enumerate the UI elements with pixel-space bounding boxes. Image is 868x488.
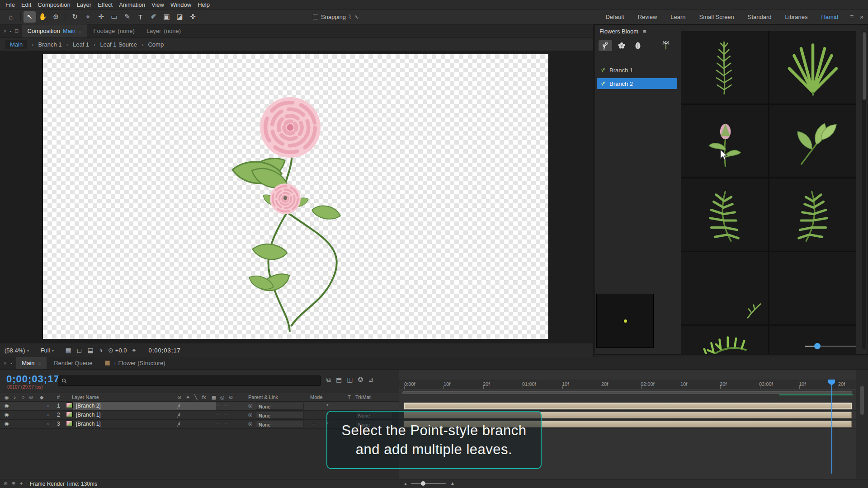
snapping-checkbox[interactable] <box>313 14 318 19</box>
trkmat-column-header[interactable]: TrkMat <box>355 394 371 400</box>
thumbnail-fern-right[interactable] <box>769 178 857 251</box>
pen-tool-icon[interactable]: ✎ <box>121 11 133 23</box>
mode-value[interactable]: - <box>313 403 315 409</box>
layer-track-lane[interactable] <box>399 402 856 411</box>
motion-blur-switch-icon[interactable]: ◎ <box>220 394 225 400</box>
snapshot-icon[interactable]: ⌖ <box>132 347 136 354</box>
pan-behind-tool-icon[interactable]: ✛ <box>95 11 107 23</box>
thumbnail-curled-fern[interactable] <box>681 326 768 355</box>
flower-tool-icon[interactable] <box>615 40 628 51</box>
shape-tool-icon[interactable]: ▭ <box>108 11 120 23</box>
branch-list-item-2[interactable]: Branch 2 <box>597 78 677 89</box>
pickwhip-icon[interactable]: ◎ <box>248 403 253 408</box>
menu-layer[interactable]: Layer <box>77 1 92 8</box>
clone-stamp-tool-icon[interactable]: ▣ <box>160 11 173 23</box>
workspace-small-screen[interactable]: Small Screen <box>699 14 734 20</box>
workspace-hamid[interactable]: Hamid <box>821 14 838 20</box>
timeline-zoom-control[interactable]: ▲ ▲ <box>404 480 455 487</box>
tab-footage[interactable]: Footage (none) <box>88 24 140 38</box>
panel-menu-icon[interactable]: ≡ <box>643 28 646 35</box>
thumbnail-small-sprig[interactable] <box>681 252 768 324</box>
timeline-scrollbar[interactable] <box>856 370 868 479</box>
workspace-libraries[interactable]: Libraries <box>785 14 808 20</box>
workspace-standard[interactable]: Standard <box>748 14 772 20</box>
branch-tool-icon[interactable] <box>599 40 612 51</box>
menu-window[interactable]: Window <box>170 1 191 8</box>
thumbnail-rose-bud[interactable] <box>681 105 768 177</box>
lock-icon[interactable]: ⊡ <box>14 28 19 34</box>
graph-editor-icon[interactable]: ⊿ <box>368 376 373 384</box>
snap-option-icon[interactable]: ⌇ <box>349 14 351 20</box>
zoom-tool-icon[interactable]: ⊕ <box>50 11 62 23</box>
menu-effect[interactable]: Effect <box>98 1 113 8</box>
current-timecode[interactable]: 0;00;03;17 <box>6 373 60 385</box>
pickwhip-icon[interactable]: ◎ <box>248 412 253 418</box>
search-input[interactable] <box>70 378 317 384</box>
mode-column-header[interactable]: Mode <box>310 394 323 400</box>
timeline-tab-flower-structure[interactable]: + Flower (Structure) <box>99 357 170 369</box>
composition-canvas[interactable] <box>43 54 548 339</box>
frame-blend-switch-icon[interactable]: ▦ <box>212 394 216 400</box>
workspace-menu-icon[interactable]: ≡ <box>850 13 854 20</box>
quality-switch-icon[interactable]: ╲ <box>194 394 198 400</box>
tab-composition[interactable]: Composition Main ≡ <box>22 24 87 38</box>
breadcrumb-branch-1[interactable]: Branch 1 <box>38 41 62 48</box>
collapse-switch-icon[interactable]: ✦ <box>186 394 190 400</box>
eye-icon[interactable]: ◉ <box>5 403 9 408</box>
mode-value[interactable]: - <box>313 412 315 418</box>
camera-tool-icon[interactable]: ⌖ <box>82 11 94 23</box>
parent-select[interactable]: None▾ <box>256 421 304 428</box>
playhead-line[interactable] <box>831 380 832 474</box>
breadcrumb-main[interactable]: Main <box>5 40 27 49</box>
draft-3d-icon[interactable]: ⬒ <box>336 376 342 384</box>
type-tool-icon[interactable]: T <box>134 11 146 23</box>
menu-view[interactable]: View <box>151 1 164 8</box>
status-flow-icon[interactable]: ✦ <box>19 481 23 487</box>
workspace-default[interactable]: Default <box>605 14 624 20</box>
thumbnail-fern-left[interactable] <box>681 178 768 251</box>
home-tool-icon[interactable]: ⌂ <box>5 11 17 23</box>
eye-icon[interactable]: ◉ <box>5 412 9 418</box>
thumbnail-scrollbar[interactable] <box>862 31 866 349</box>
scrollbar-thumb[interactable] <box>863 32 866 100</box>
resolution-select[interactable]: Full ▾ <box>41 347 54 354</box>
layer-row[interactable]: ◉ › 1 [Branch 2] ⚬☀╱ − − ◎ None▾ - ▾ - <box>0 402 399 411</box>
layer-name[interactable]: [Branch 1] <box>76 412 101 418</box>
expander-icon[interactable]: › <box>47 412 49 418</box>
snap-option-icon[interactable]: ∿ <box>354 14 359 20</box>
mask-visibility-icon[interactable]: ◻ <box>77 347 82 354</box>
thumbnail-rosemary-sprig[interactable] <box>681 31 768 103</box>
eraser-tool-icon[interactable]: ◪ <box>174 11 186 23</box>
status-toggle-icon[interactable]: ⊛ <box>4 481 8 487</box>
parent-link-column-header[interactable]: Parent & Link <box>248 394 278 400</box>
breadcrumb-leaf-1[interactable]: Leaf 1 <box>73 41 89 48</box>
slider-handle[interactable] <box>814 343 821 349</box>
selection-tool-icon[interactable]: ↖ <box>24 11 36 23</box>
layer-name[interactable]: [Branch 1] <box>76 421 101 427</box>
timeline-tab-main[interactable]: Main ≡ <box>16 357 47 369</box>
menu-edit[interactable]: Edit <box>21 1 31 8</box>
thumbnail-leaf-branch[interactable] <box>769 105 857 177</box>
menu-composition[interactable]: Composition <box>38 1 70 8</box>
pickwhip-icon[interactable]: ◎ <box>248 421 253 427</box>
expander-icon[interactable]: › <box>47 421 49 427</box>
viewer-timecode[interactable]: 0;00;03;17 <box>148 347 180 354</box>
t-column-header[interactable]: T <box>348 394 351 400</box>
scrollbar-thumb[interactable] <box>860 386 864 415</box>
menu-animation[interactable]: Animation <box>119 1 145 8</box>
exposure-control[interactable]: ⊙ +0.0 <box>108 347 127 354</box>
layer-duration-bar[interactable] <box>404 403 852 409</box>
breadcrumb-leaf-1-source[interactable]: Leaf 1-Source <box>100 41 137 48</box>
eye-icon[interactable]: ◉ <box>5 421 9 427</box>
parent-select[interactable]: None▾ <box>256 412 304 419</box>
menu-file[interactable]: File <box>5 1 15 8</box>
puppet-pin-tool-icon[interactable]: ✜ <box>187 11 199 23</box>
parent-select[interactable]: None▾ <box>256 403 304 410</box>
scatter-tool-icon[interactable] <box>659 40 673 51</box>
zoom-out-mountain-icon[interactable]: ▲ <box>404 482 407 486</box>
thumbnail-empty[interactable] <box>769 326 857 355</box>
thumbnail-fan-palm-leaf[interactable] <box>769 31 857 103</box>
timeline-ruler[interactable]: 0:00f 10f 20f 01:00f 10f 20f 02:00f 10f … <box>399 380 856 389</box>
timeline-tab-render-queue[interactable]: Render Queue <box>48 357 98 369</box>
timeline-search-box[interactable] <box>58 375 321 386</box>
